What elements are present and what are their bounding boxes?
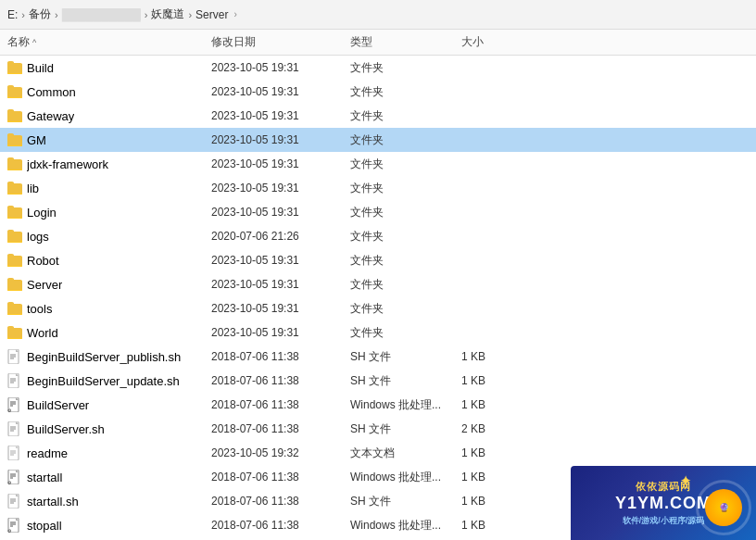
file-name: Build (27, 61, 54, 75)
table-row[interactable]: World 2023-10-05 19:31 文件夹 (0, 320, 756, 345)
sh-file-icon (7, 494, 22, 509)
svg-rect-13 (7, 158, 14, 162)
svg-rect-15 (7, 184, 22, 195)
breadcrumb[interactable]: E: › 备份 › ██████████ › 妖魔道 › Server › (7, 6, 237, 22)
file-date: 2018-07-06 11:38 (211, 519, 350, 532)
file-type: 文件夹 (350, 84, 461, 100)
bat-file-icon: ⚙ (7, 397, 22, 412)
file-name-cell: lib (7, 181, 211, 195)
file-date: 2023-10-05 19:32 (211, 446, 350, 459)
col-header-size[interactable]: 大小 (461, 34, 536, 50)
folder-icon (7, 325, 22, 340)
table-row[interactable]: BeginBuildServer_update.sh 2018-07-06 11… (0, 369, 756, 393)
file-name: Gateway (27, 109, 74, 123)
file-date: 2020-07-06 21:26 (211, 230, 350, 243)
file-name: BuildServer (27, 398, 89, 412)
file-name: Robot (27, 254, 59, 268)
svg-rect-32 (7, 306, 22, 315)
file-date: 2023-10-05 19:31 (211, 61, 350, 74)
file-name: Login (27, 206, 57, 220)
table-row[interactable]: Common 2023-10-05 19:31 文件夹 (0, 80, 756, 104)
svg-rect-23 (7, 233, 22, 243)
file-size: 1 KB (461, 471, 536, 483)
svg-rect-35 (7, 330, 22, 339)
svg-rect-22 (7, 231, 14, 234)
file-date: 2023-10-05 19:31 (211, 85, 350, 98)
col-header-name[interactable]: 名称 ^ (7, 34, 211, 50)
table-row[interactable]: BuildServer.sh 2018-07-06 11:38 SH 文件 2 … (0, 417, 756, 441)
file-date: 2023-10-05 19:31 (211, 302, 350, 315)
svg-rect-9 (7, 136, 22, 146)
table-row[interactable]: lib 2023-10-05 19:31 文件夹 (0, 176, 756, 200)
svg-rect-7 (7, 110, 14, 114)
table-row[interactable]: BeginBuildServer_publish.sh 2018-07-06 1… (0, 345, 756, 369)
svg-rect-1 (7, 62, 14, 66)
folder-icon (7, 253, 22, 268)
sh-file-icon (7, 421, 22, 436)
svg-rect-6 (7, 112, 22, 122)
col-header-date[interactable]: 修改日期 (211, 34, 350, 50)
breadcrumb-sep-4: › (188, 9, 192, 20)
file-name: BeginBuildServer_publish.sh (27, 350, 181, 364)
file-size: 1 KB (461, 374, 536, 387)
ad-overlay: ✦ 依依源码网 Y1YM.COM 软件/游戏/小程序/源码 🔮 (571, 466, 756, 540)
file-date: 2023-10-05 19:31 (211, 206, 350, 219)
ad-circle-inner: 🔮 (705, 489, 742, 526)
table-row[interactable]: Server 2023-10-05 19:31 文件夹 (0, 272, 756, 296)
col-header-type[interactable]: 类型 (350, 34, 461, 50)
table-row[interactable]: jdxk-framework 2023-10-05 19:31 文件夹 (0, 152, 756, 176)
sort-arrow-icon: ^ (32, 38, 36, 47)
svg-rect-24 (7, 257, 22, 267)
table-row[interactable]: Login 2023-10-05 19:31 文件夹 (0, 200, 756, 224)
table-row[interactable]: Robot 2023-10-05 19:31 文件夹 (0, 248, 756, 272)
breadcrumb-sep-3: › (145, 9, 148, 20)
file-name: logs (27, 230, 49, 244)
breadcrumb-item-server[interactable]: Server (195, 8, 228, 21)
column-headers: 名称 ^ 修改日期 类型 大小 (0, 30, 756, 56)
sh-file-icon (7, 349, 22, 364)
file-date: 2023-10-05 19:31 (211, 182, 350, 195)
breadcrumb-item-masked[interactable]: ██████████ (62, 8, 141, 21)
file-name: readme (27, 446, 68, 460)
file-name-cell: ⚙ BuildServer (7, 397, 211, 412)
svg-rect-21 (7, 232, 22, 243)
file-type: 文件夹 (350, 181, 461, 196)
file-type: Windows 批处理... (350, 397, 461, 413)
table-row[interactable]: Build 2023-10-05 19:31 文件夹 (0, 56, 756, 80)
table-row[interactable]: ⚙ BuildServer 2018-07-06 11:38 Windows 批… (0, 393, 756, 417)
svg-rect-20 (7, 209, 22, 219)
folder-icon (7, 84, 22, 99)
file-name: BuildServer.sh (27, 422, 105, 436)
file-name-cell: BeginBuildServer_publish.sh (7, 349, 211, 364)
table-row[interactable]: Gateway 2023-10-05 19:31 文件夹 (0, 104, 756, 128)
table-row[interactable]: GM 2023-10-05 19:31 文件夹 (0, 128, 756, 152)
svg-rect-19 (7, 207, 14, 210)
folder-icon (7, 108, 22, 123)
file-type: SH 文件 (350, 421, 461, 437)
file-date: 2018-07-06 11:38 (211, 495, 350, 508)
breadcrumb-expand-arrow[interactable]: › (233, 9, 236, 19)
svg-rect-2 (7, 65, 22, 74)
file-type: 文件夹 (350, 301, 461, 317)
breadcrumb-item-yaomodao[interactable]: 妖魔道 (151, 6, 184, 22)
file-name-cell: tools (7, 301, 211, 316)
file-name-cell: World (7, 325, 211, 340)
breadcrumb-item-backup[interactable]: 备份 (29, 6, 51, 22)
file-name-cell: Common (7, 84, 211, 99)
folder-icon (7, 60, 22, 75)
svg-rect-12 (7, 160, 22, 170)
txt-file-icon (7, 446, 22, 460)
file-type: Windows 批处理... (350, 518, 461, 534)
table-row[interactable]: readme 2023-10-05 19:32 文本文档 1 KB (0, 441, 756, 465)
file-name: GM (27, 133, 46, 147)
file-name-cell: BuildServer.sh (7, 421, 211, 436)
bat-file-icon: ⚙ (7, 518, 22, 533)
folder-icon (7, 277, 22, 292)
table-row[interactable]: tools 2023-10-05 19:31 文件夹 (0, 296, 756, 320)
bat-file-icon: ⚙ (7, 470, 22, 484)
svg-rect-29 (7, 282, 22, 291)
breadcrumb-item-drive[interactable]: E: (7, 8, 18, 21)
breadcrumb-sep-2: › (55, 9, 58, 20)
table-row[interactable]: logs 2020-07-06 21:26 文件夹 (0, 224, 756, 248)
ad-sparkle: ✦ (680, 473, 691, 488)
